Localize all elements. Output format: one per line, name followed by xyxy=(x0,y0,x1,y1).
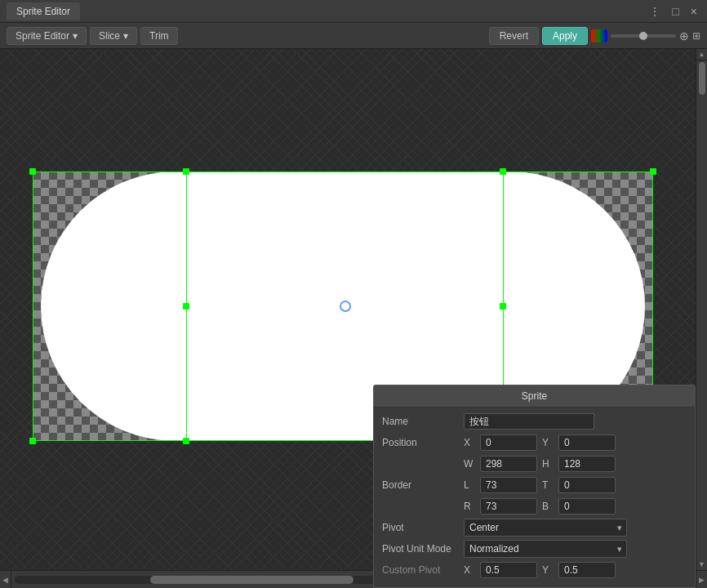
handle-top-mid-right[interactable] xyxy=(500,168,506,175)
right-scrollbar: ▲ ▼ xyxy=(696,49,707,570)
pos-w-label: W xyxy=(464,458,475,470)
bottom-scroll-thumb[interactable] xyxy=(150,576,354,584)
position-row-wh: W H xyxy=(382,455,687,473)
position-label: Position xyxy=(382,437,464,448)
pos-w-input[interactable] xyxy=(480,456,537,472)
zoom-expand-icon: ⊞ xyxy=(692,30,700,42)
scrollbar-thumb[interactable] xyxy=(699,62,705,95)
custom-pivot-label: Custom Pivot xyxy=(382,564,464,576)
custom-pivot-x-label: X xyxy=(464,564,475,576)
custom-pivot-row: Custom Pivot X Y xyxy=(382,561,687,579)
border-rb-group: R B xyxy=(464,498,616,514)
handle-top-right[interactable] xyxy=(650,168,656,175)
border-t-label: T xyxy=(542,479,554,491)
slice-label: Slice xyxy=(99,30,120,42)
pivot-row: Pivot Center Top Left Top Center Top Rig… xyxy=(382,519,687,537)
color-icon[interactable] xyxy=(591,29,607,42)
dropdown-arrow-icon: ▾ xyxy=(73,30,78,42)
custom-pivot-y-input[interactable] xyxy=(558,562,616,578)
handle-mid-right[interactable] xyxy=(500,303,506,310)
border-t-input[interactable] xyxy=(558,477,616,493)
position-wh-group: W H xyxy=(464,456,616,472)
slice-button[interactable]: Slice ▾ xyxy=(90,27,137,45)
pos-h-label: H xyxy=(542,458,554,470)
sprite-editor-dropdown-button[interactable]: Sprite Editor ▾ xyxy=(7,27,87,45)
border-r-input[interactable] xyxy=(480,498,537,514)
name-row: Name xyxy=(382,412,687,430)
border-row-rb: R B xyxy=(382,497,687,515)
maximize-button[interactable]: □ xyxy=(669,3,682,20)
pivot-label: Pivot xyxy=(382,522,464,533)
zoom-slider-wrap: ⊕ xyxy=(611,29,689,42)
position-row-xy: Position X Y xyxy=(382,434,687,452)
sprite-panel: Sprite Name Position X Y W H xyxy=(373,385,696,588)
border-l-input[interactable] xyxy=(480,477,537,493)
border-lt-group: L T xyxy=(464,477,616,493)
custom-pivot-group: X Y xyxy=(464,562,616,578)
border-row-lt: Border L T xyxy=(382,476,687,494)
title-tab[interactable]: Sprite Editor xyxy=(7,2,80,20)
handle-top-left[interactable] xyxy=(29,168,36,175)
pos-h-input[interactable] xyxy=(558,456,616,472)
handle-mid-left[interactable] xyxy=(183,303,189,310)
scroll-right-button[interactable]: ▶ xyxy=(696,571,707,589)
border-l-label: L xyxy=(464,479,475,491)
scroll-down-button[interactable]: ▼ xyxy=(698,560,705,568)
title-bar-controls: ⋮ □ × xyxy=(646,3,700,20)
pivot-unit-mode-select[interactable]: Normalized Pixels xyxy=(464,540,627,558)
pos-x-input[interactable] xyxy=(480,434,537,451)
slice-arrow-icon: ▾ xyxy=(123,30,128,42)
scroll-left-button[interactable]: ◀ xyxy=(0,571,11,589)
toolbar: Sprite Editor ▾ Slice ▾ Trim Revert Appl… xyxy=(0,23,707,49)
pos-y-label: Y xyxy=(542,437,554,448)
handle-bottom-left[interactable] xyxy=(29,438,36,444)
scroll-top-button[interactable]: ▲ xyxy=(696,49,707,60)
sprite-panel-title: Sprite xyxy=(374,385,695,408)
custom-pivot-y-label: Y xyxy=(542,564,554,576)
pivot-unit-mode-row: Pivot Unit Mode Normalized Pixels xyxy=(382,540,687,558)
pivot-select-wrap: Center Top Left Top Center Top Right Lef… xyxy=(464,519,627,537)
pos-y-input[interactable] xyxy=(558,434,616,451)
name-input[interactable] xyxy=(464,413,594,430)
pivot-dot[interactable] xyxy=(340,301,351,312)
pivot-select[interactable]: Center Top Left Top Center Top Right Lef… xyxy=(464,519,627,537)
handle-top-mid-left[interactable] xyxy=(183,168,189,175)
revert-button[interactable]: Revert xyxy=(489,27,539,45)
zoom-slider[interactable] xyxy=(611,34,676,38)
apply-button[interactable]: Apply xyxy=(542,27,588,45)
zoom-icon: ⊕ xyxy=(679,29,689,42)
title-bar: Sprite Editor ⋮ □ × xyxy=(0,0,707,23)
sprite-panel-body: Name Position X Y W H Border xyxy=(374,408,695,587)
position-xy-group: X Y xyxy=(464,434,616,451)
more-button[interactable]: ⋮ xyxy=(646,3,664,20)
pos-x-label: X xyxy=(464,437,475,448)
trim-button[interactable]: Trim xyxy=(140,27,178,45)
close-button[interactable]: × xyxy=(687,3,700,20)
border-b-input[interactable] xyxy=(558,498,616,514)
border-b-label: B xyxy=(542,501,554,512)
custom-pivot-x-input[interactable] xyxy=(480,562,537,578)
handle-bottom-mid-left[interactable] xyxy=(183,438,189,444)
pivot-unit-mode-label: Pivot Unit Mode xyxy=(382,543,464,555)
pivot-unit-mode-select-wrap: Normalized Pixels xyxy=(464,540,627,558)
border-r-label: R xyxy=(464,501,475,512)
scrollbar-track xyxy=(698,60,706,559)
name-label: Name xyxy=(382,416,464,427)
sprite-editor-label: Sprite Editor xyxy=(16,30,69,42)
border-label: Border xyxy=(382,479,464,491)
